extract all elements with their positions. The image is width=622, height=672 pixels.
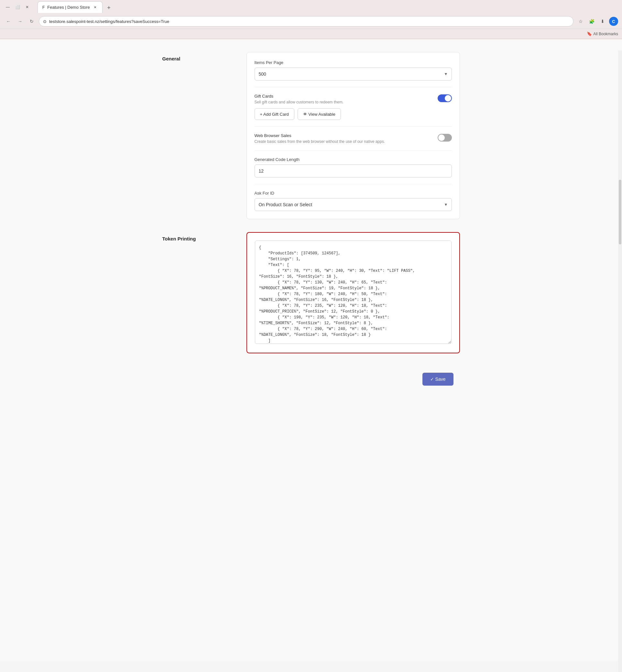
new-tab-button[interactable]: + — [104, 3, 114, 13]
tabs-bar: F Features | Demo Store ✕ + — [34, 1, 118, 13]
gift-cards-group: Gift Cards Sell gift cards and allow cus… — [254, 94, 452, 120]
divider-3 — [254, 150, 452, 151]
back-button[interactable]: ← — [4, 17, 13, 26]
tab-close-button[interactable]: ✕ — [93, 5, 98, 10]
minimize-button[interactable]: — — [4, 3, 12, 11]
bookmarks-label: All Bookmarks — [593, 32, 618, 36]
star-button[interactable]: ☆ — [576, 17, 585, 26]
ask-for-id-select[interactable]: On Product Scan or Select Never Always — [254, 198, 452, 211]
general-section-card: Items Per Page 500 100 200 1000 ▼ — [246, 52, 460, 219]
settings-wrapper: General Items Per Page 500 100 200 1000 … — [156, 52, 466, 386]
web-browser-sales-toggle-row: Web Browser Sales Create basic sales fro… — [254, 133, 452, 144]
generated-code-length-group: Generated Code Length — [254, 157, 452, 178]
items-per-page-select-wrapper: 500 100 200 1000 ▼ — [254, 68, 452, 80]
gift-cards-toggle[interactable] — [438, 95, 452, 102]
web-browser-sales-desc: Create basic sales from the web browser … — [254, 139, 385, 144]
address-bar[interactable]: ⊙ teststore.salespoint-test.nz/settings/… — [39, 16, 574, 27]
gift-cards-desc: Sell gift cards and allow customers to r… — [254, 100, 344, 104]
browser-toolbar: ← → ↻ ⊙ teststore.salespoint-test.nz/set… — [0, 14, 622, 29]
scrollbar-thumb[interactable] — [619, 180, 621, 245]
token-printing-section-card: { "ProductIds": [374509, 124567], "Setti… — [246, 232, 460, 353]
general-section-label: General — [162, 52, 234, 219]
items-per-page-label: Items Per Page — [254, 60, 452, 65]
generated-code-length-input[interactable] — [254, 164, 452, 178]
gift-cards-toggle-row: Gift Cards Sell gift cards and allow cus… — [254, 94, 452, 104]
scrollbar-track[interactable] — [618, 50, 622, 672]
generated-code-length-label: Generated Code Length — [254, 157, 452, 162]
gift-cards-info: Gift Cards Sell gift cards and allow cus… — [254, 94, 344, 104]
close-button[interactable]: ✕ — [23, 3, 31, 11]
forward-button[interactable]: → — [15, 17, 25, 26]
security-icon: ⊙ — [43, 19, 46, 24]
user-avatar[interactable]: C — [609, 17, 618, 26]
browser-titlebar: — ⬜ ✕ F Features | Demo Store ✕ + — [0, 0, 622, 14]
divider-2 — [254, 126, 452, 127]
browser-chrome: — ⬜ ✕ F Features | Demo Store ✕ + ← → ↻ … — [0, 0, 622, 39]
token-printing-textarea[interactable]: { "ProductIds": [374509, 124567], "Setti… — [255, 240, 452, 344]
page-content: General Items Per Page 500 100 200 1000 … — [0, 39, 622, 661]
web-browser-sales-group: Web Browser Sales Create basic sales fro… — [254, 133, 452, 144]
url-text: teststore.salespoint-test.nz/settings/fe… — [49, 19, 169, 24]
extensions-button[interactable]: 🧩 — [587, 17, 596, 26]
maximize-button[interactable]: ⬜ — [13, 3, 21, 11]
toolbar-actions: ☆ 🧩 ⬇ C — [576, 17, 618, 26]
gift-cards-toggle-knob — [445, 95, 451, 102]
view-available-button[interactable]: 👁 View Available — [298, 108, 341, 120]
bookmarks-icon: 🔖 — [587, 31, 592, 36]
save-button[interactable]: ✓ Save — [422, 373, 453, 386]
gift-cards-label: Gift Cards — [254, 94, 344, 99]
items-per-page-select[interactable]: 500 100 200 1000 — [254, 68, 452, 80]
gift-card-buttons: + Add Gift Card 👁 View Available — [254, 108, 452, 120]
tab-title: Features | Demo Store — [47, 5, 90, 10]
token-printing-section: Token Printing { "ProductIds": [374509, … — [162, 232, 460, 353]
bookmarks-bar: 🔖 All Bookmarks — [0, 29, 622, 39]
save-bar: ✓ Save — [162, 366, 460, 386]
items-per-page-group: Items Per Page 500 100 200 1000 ▼ — [254, 60, 452, 80]
web-browser-sales-toggle-knob — [438, 135, 445, 141]
web-browser-sales-toggle[interactable] — [438, 134, 452, 142]
divider-4 — [254, 184, 452, 184]
ask-for-id-select-wrapper: On Product Scan or Select Never Always ▼ — [254, 198, 452, 211]
active-tab[interactable]: F Features | Demo Store ✕ — [37, 1, 103, 13]
add-gift-card-button[interactable]: + Add Gift Card — [254, 108, 295, 120]
refresh-button[interactable]: ↻ — [27, 17, 36, 26]
window-controls: — ⬜ ✕ — [4, 3, 31, 11]
ask-for-id-label: Ask For ID — [254, 191, 452, 195]
web-browser-sales-label: Web Browser Sales — [254, 133, 385, 138]
tab-favicon: F — [42, 5, 45, 10]
ask-for-id-group: Ask For ID On Product Scan or Select Nev… — [254, 191, 452, 211]
token-printing-section-label: Token Printing — [162, 232, 234, 353]
web-browser-sales-info: Web Browser Sales Create basic sales fro… — [254, 133, 385, 144]
general-section: General Items Per Page 500 100 200 1000 … — [162, 52, 460, 219]
download-button[interactable]: ⬇ — [598, 17, 607, 26]
